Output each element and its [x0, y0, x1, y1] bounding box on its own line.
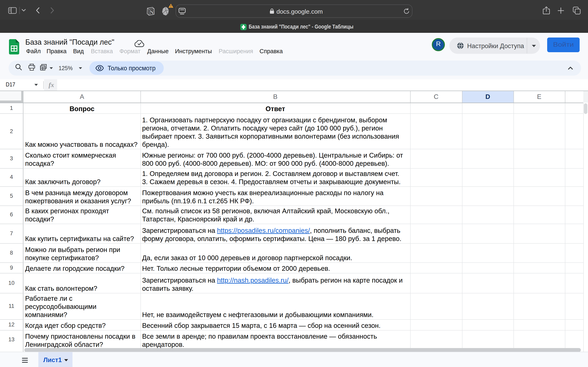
svg-text:N: N: [150, 9, 154, 15]
